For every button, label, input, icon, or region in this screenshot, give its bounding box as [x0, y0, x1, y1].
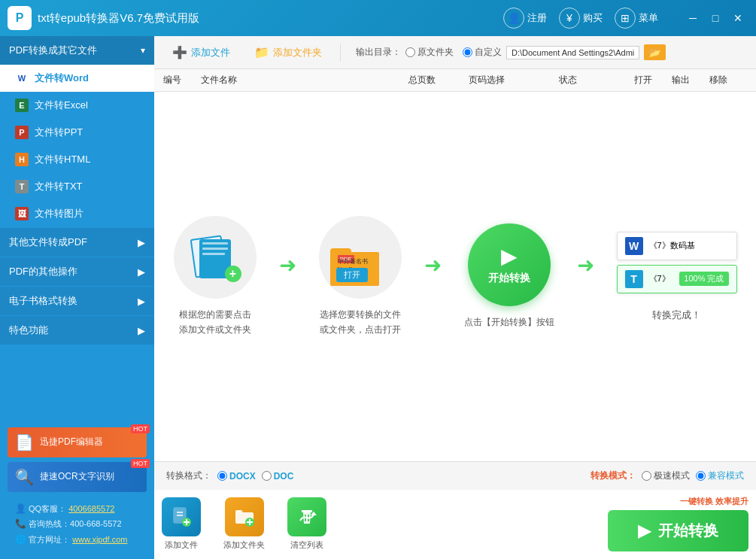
action-buttons-left: 添加文件 添加文件夹 [162, 497, 326, 551]
illustration-area: + 根据您的需要点击 添加文件或文件夹 ➜ PDF [154, 92, 756, 461]
step3-text: 点击【开始转换】按钮 [464, 315, 554, 330]
output-radio-group: 原文件夹 自定义 [405, 46, 502, 59]
menu-button[interactable]: ⊞ 菜单 [615, 8, 658, 29]
add-folder-icon: 📁 [254, 45, 269, 59]
currency-icon: ¥ [559, 8, 580, 29]
sidebar-ebook-convert[interactable]: 电子书格式转换 ▶ [0, 287, 154, 315]
file-stack-illustration: + [189, 233, 241, 282]
grid-icon: ⊞ [615, 8, 636, 29]
chevron-right-icon: ▶ [138, 237, 145, 248]
col-header-num: 编号 [163, 74, 201, 87]
word-icon: W [15, 71, 29, 85]
add-folder-action-icon [225, 497, 264, 536]
col-header-pages: 总页数 [408, 74, 469, 87]
browse-folder-button[interactable]: 📂 [644, 44, 666, 60]
chevron-down-icon: ▾ [141, 45, 145, 56]
toolbar-separator [340, 44, 341, 62]
start-convert-button[interactable]: ▶ 开始转换 [608, 510, 748, 551]
step3-circle: ▶ 开始转换 [468, 223, 551, 306]
original-folder-radio[interactable]: 原文件夹 [405, 46, 454, 59]
col-header-status: 状态 [559, 74, 634, 87]
table-header: 编号 文件名称 总页数 页码选择 状态 打开 输出 移除 [154, 69, 756, 92]
html-icon: H [15, 153, 29, 166]
arrow-3: ➜ [577, 253, 594, 278]
excel-icon: E [15, 99, 29, 112]
app-logo: P [8, 6, 32, 30]
contact-info: 👤 QQ客服： 4006685572 📞 咨询热线：400-668-5572 🌐… [8, 497, 147, 551]
promo-pdf-editor[interactable]: 📄 迅捷PDF编辑器 HOT [8, 427, 147, 457]
output-path-display: D:\Document And Settings2\Admi [506, 46, 639, 59]
format-section: 转换格式： DOCX DOC [166, 469, 293, 482]
preview-results: W 《7》数码基 T 《7》 100% 完成 [617, 232, 737, 293]
step2-text: 选择您要转换的文件 或文件夹，点击打开 [320, 308, 401, 336]
fast-mode-radio[interactable]: 极速模式 [642, 469, 690, 482]
sidebar-special-features[interactable]: 特色功能 ▶ [0, 316, 154, 345]
toolbar: ➕ 添加文件 📁 添加文件夹 输出目录： 原文件夹 自定义 [154, 36, 756, 69]
sidebar-item-ppt[interactable]: P 文件转PPT [0, 119, 154, 146]
user-icon: 👤 [503, 8, 524, 29]
sidebar-item-html[interactable]: H 文件转HTML [0, 146, 154, 173]
txt-icon: T [15, 180, 29, 193]
col-header-output: 输出 [672, 74, 709, 87]
register-button[interactable]: 👤 注册 [503, 8, 547, 29]
complete-text: 转换完成！ [652, 308, 701, 322]
efficiency-text: 一键转换 效率提升 [680, 496, 748, 507]
txt-file-icon: T [625, 270, 643, 288]
sidebar-pdf-operations[interactable]: PDF的其他操作 ▶ [0, 257, 154, 286]
bottom-actions: 添加文件 添加文件夹 [154, 496, 756, 559]
main-layout: PDF转换成其它文件 ▾ W 文件转Word E 文件转Excel P 文件转P… [0, 36, 756, 559]
output-dir-section: 输出目录： 原文件夹 自定义 D:\Document And Settings2… [356, 44, 666, 60]
qq-link[interactable]: 4006685572 [68, 504, 114, 513]
content-area: ➕ 添加文件 📁 添加文件夹 输出目录： 原文件夹 自定义 [154, 36, 756, 559]
sidebar-item-word[interactable]: W 文件转Word [0, 65, 154, 92]
clear-list-action-icon [287, 497, 326, 536]
maximize-button[interactable]: □ [705, 8, 726, 29]
step-3: ▶ 开始转换 点击【开始转换】按钮 [464, 223, 554, 330]
col-header-pagecode: 页码选择 [469, 74, 559, 87]
sidebar-bottom: 📄 迅捷PDF编辑器 HOT 🔍 捷速OCR文字识别 HOT 👤 QQ客服： 4… [0, 420, 154, 559]
sidebar-pdf-convert-header[interactable]: PDF转换成其它文件 ▾ [0, 36, 154, 65]
custom-radio[interactable]: 自定义 [463, 46, 502, 59]
step1-circle: + [174, 216, 257, 299]
compat-mode-radio[interactable]: 兼容模式 [696, 469, 744, 482]
col-header-remove: 移除 [709, 74, 747, 87]
title-actions: 👤 注册 ¥ 购买 ⊞ 菜单 ─ □ ✕ [503, 8, 748, 29]
docx-radio[interactable]: DOCX [217, 471, 256, 482]
step2-circle: PDF 中外著名书N.pdf,v... 打开 [319, 216, 402, 299]
step-1: + 根据您的需要点击 添加文件或文件夹 [174, 216, 257, 336]
arrow-1: ➜ [279, 253, 296, 278]
sidebar-item-image[interactable]: 🖼 文件转图片 [0, 200, 154, 227]
step-4: W 《7》数码基 T 《7》 100% 完成 转换完成！ [617, 232, 737, 322]
arrow-2: ➜ [424, 253, 442, 278]
preview-item-1: W 《7》数码基 [617, 232, 737, 260]
minimize-button[interactable]: ─ [682, 8, 703, 29]
steps-container: + 根据您的需要点击 添加文件或文件夹 ➜ PDF [159, 201, 752, 351]
doc-radio[interactable]: DOC [262, 471, 294, 482]
add-file-icon: ➕ [172, 45, 187, 59]
add-folder-action-btn[interactable]: 添加文件夹 [223, 497, 265, 551]
close-button[interactable]: ✕ [727, 8, 748, 29]
buy-button[interactable]: ¥ 购买 [559, 8, 603, 29]
add-file-button[interactable]: ➕ 添加文件 [163, 41, 239, 63]
add-folder-button[interactable]: 📁 添加文件夹 [245, 41, 331, 63]
promo-ocr[interactable]: 🔍 捷速OCR文字识别 HOT [8, 462, 147, 492]
sidebar-item-txt[interactable]: T 文件转TXT [0, 173, 154, 200]
sidebar-other-to-pdf[interactable]: 其他文件转成PDF ▶ [0, 228, 154, 257]
col-header-open: 打开 [634, 74, 672, 87]
website-link[interactable]: www.xjpdf.com [72, 535, 127, 544]
word-file-icon: W [625, 237, 643, 255]
image-icon: 🖼 [15, 207, 29, 220]
open-button-preview[interactable]: 打开 [336, 268, 368, 282]
mode-section: 转换模式： 极速模式 兼容模式 [591, 469, 744, 482]
bottom-bar: 转换格式： DOCX DOC 转换模式： 极速模式 兼容模式 [154, 461, 756, 490]
ppt-icon: P [15, 126, 29, 139]
window-controls: ─ □ ✕ [682, 8, 748, 29]
preview-item-2: T 《7》 100% 完成 [617, 265, 737, 293]
sidebar-item-excel[interactable]: E 文件转Excel [0, 92, 154, 119]
step-2: PDF 中外著名书N.pdf,v... 打开 选择您要转换的文件 或文件夹，点击… [319, 216, 402, 336]
chevron-right-icon3: ▶ [138, 296, 145, 307]
chevron-right-icon4: ▶ [138, 325, 145, 336]
app-title: txt转epub转换器V6.7免费试用版 [38, 11, 503, 26]
clear-list-action-btn[interactable]: 清空列表 [287, 497, 326, 551]
add-file-action-btn[interactable]: 添加文件 [162, 497, 201, 551]
